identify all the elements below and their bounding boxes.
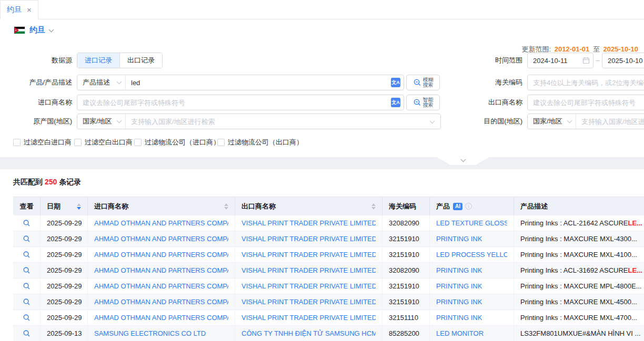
hs-code-field[interactable] [527, 75, 644, 90]
product-link[interactable]: PRINTING INK [436, 282, 482, 290]
close-icon[interactable]: × [27, 6, 32, 14]
smart-search-button[interactable]: 智能 搜索 [406, 95, 440, 110]
country-header[interactable]: 约旦 [14, 25, 53, 35]
tab-import-records[interactable]: 进口记录 [77, 53, 119, 68]
product-link[interactable]: LED TEXTURE GLOSS ... [436, 219, 507, 227]
origin-country-input[interactable] [126, 115, 440, 128]
date-cell: 2025-09-29 [41, 310, 88, 325]
product-type-select[interactable]: 产品描述 [77, 75, 126, 90]
view-detail-button[interactable] [13, 278, 40, 294]
exporter-field[interactable] [527, 95, 644, 110]
product-link[interactable]: PRINTING INK [436, 235, 482, 243]
importer-link[interactable]: AHMAD OTHMAN AND PARTNERS COMPA... [94, 314, 228, 322]
view-detail-button[interactable] [13, 294, 40, 309]
date-cell: 2025-09-29 [41, 247, 88, 262]
exporter-cell: VISHAL PRINT TRADER PRIVATE LIMITED [235, 247, 383, 262]
column-header-1[interactable]: 日期 [41, 197, 88, 215]
description-cell: Printing Inks : MAXCURE MXL-4700... [514, 310, 644, 325]
exporter-label: 出口商名称 [450, 95, 522, 110]
hs-code-input[interactable] [528, 76, 644, 89]
hs-code-cell: 85285200 [383, 326, 430, 341]
exporter-link[interactable]: VISHAL PRINT TRADER PRIVATE LIMITED [242, 266, 376, 274]
translate-icon[interactable]: 文A [391, 98, 400, 107]
importer-link[interactable]: AHMAD OTHMAN AND PARTNERS COMPA... [94, 251, 228, 259]
checkbox-filter-logistics-exporter[interactable]: 过滤物流公司（出口商） [217, 138, 303, 147]
view-detail-button[interactable] [13, 326, 40, 341]
exporter-link[interactable]: VISHAL PRINT TRADER PRIVATE LIMITED [242, 219, 376, 227]
importer-input[interactable] [77, 96, 404, 109]
view-detail-button[interactable] [13, 231, 40, 246]
exporter-link[interactable]: CÔNG TY TNHH ĐIỆN TỬ SAMSUNG HCMC... [242, 329, 376, 337]
exporter-link[interactable]: VISHAL PRINT TRADER PRIVATE LIMITED [242, 251, 376, 259]
sort-asc-icon[interactable] [371, 203, 376, 206]
collapse-panel-handle[interactable] [437, 157, 489, 165]
sort-asc-icon[interactable] [224, 203, 228, 206]
product-link[interactable]: PRINTING INK [436, 298, 482, 306]
tab-bar: 约旦 × [0, 0, 644, 19]
checkbox-icon[interactable] [217, 139, 225, 146]
date-cell: 2025-09-29 [41, 278, 88, 294]
time-range-end-input[interactable] [602, 54, 644, 67]
translate-icon[interactable]: 文A [391, 78, 400, 87]
product-link[interactable]: PRINTING INK [436, 314, 482, 322]
product-link[interactable]: PRINTING INK [436, 266, 482, 274]
view-detail-button[interactable] [13, 215, 40, 231]
exporter-link[interactable]: VISHAL PRINT TRADER PRIVATE LIMITED [242, 314, 376, 322]
column-header-label: 产品 [436, 202, 450, 211]
destination-country-input[interactable] [576, 115, 644, 128]
update-range-label: 更新范围: [522, 45, 551, 53]
importer-link[interactable]: SAMSUNG ELECTRONICS CO LTD [94, 329, 206, 337]
time-range-end-field[interactable] [602, 53, 644, 68]
ai-badge: AI [453, 203, 462, 210]
time-range-start-field[interactable] [527, 53, 593, 68]
importer-field[interactable]: 文A [77, 95, 404, 110]
importer-link[interactable]: AHMAD OTHMAN AND PARTNERS COMPA... [94, 235, 228, 243]
sort-control[interactable] [224, 203, 228, 210]
sort-control[interactable] [371, 203, 376, 210]
sort-desc-icon[interactable] [371, 207, 376, 210]
checkbox-filter-logistics-importer[interactable]: 过滤物流公司（进口商） [134, 138, 220, 147]
checkbox-icon[interactable] [74, 139, 82, 146]
tab-jordan[interactable]: 约旦 × [0, 0, 38, 19]
importer-link[interactable]: AHMAD OTHMAN AND PARTNERS COMPA... [94, 282, 228, 290]
checkbox-filter-blank-exporter[interactable]: 过滤空白出口商 [74, 138, 133, 147]
product-link[interactable]: LED PROCESS YELLOW... [436, 251, 507, 259]
checkbox-filter-blank-importer[interactable]: 过滤空白进口商 [13, 138, 72, 147]
description-cell: Printing Inks : ACL-21642 ASCURE LE... [514, 215, 644, 231]
importer-cell: AHMAD OTHMAN AND PARTNERS COMPA... [88, 294, 235, 309]
importer-link[interactable]: AHMAD OTHMAN AND PARTNERS COMPA... [94, 266, 228, 274]
fuzzy-search-button[interactable]: 模糊 搜索 [406, 75, 440, 90]
table-row: 2025-09-29AHMAD OTHMAN AND PARTNERS COMP… [13, 310, 644, 326]
tab-export-records[interactable]: 出口记录 [119, 53, 162, 68]
column-header-3[interactable]: 出口商名称 [235, 197, 383, 215]
sort-asc-icon[interactable] [77, 203, 81, 206]
exporter-link[interactable]: VISHAL PRINT TRADER PRIVATE LIMITED [242, 282, 376, 290]
description-text: Printing Inks : MAXCURE MXL-4700... [520, 314, 637, 322]
description-text: Printing Inks : MAXCURE MPL-4800E... [520, 282, 641, 290]
table-row: 2025-09-29AHMAD OTHMAN AND PARTNERS COMP… [13, 278, 644, 294]
importer-link[interactable]: AHMAD OTHMAN AND PARTNERS COMPA... [94, 298, 228, 306]
importer-cell: AHMAD OTHMAN AND PARTNERS COMPA... [88, 247, 235, 262]
checkbox-icon[interactable] [13, 139, 21, 146]
product-cell: LED PROCESS YELLOW... [430, 247, 514, 262]
exporter-link[interactable]: VISHAL PRINT TRADER PRIVATE LIMITED [242, 298, 376, 306]
view-detail-button[interactable] [13, 247, 40, 262]
table-header-row: 查看日期进口商名称出口商名称海关编码产品AIi产品描述 [13, 197, 644, 215]
sort-control[interactable] [77, 203, 81, 210]
checkbox-icon[interactable] [134, 139, 142, 146]
sort-desc-icon[interactable] [224, 207, 228, 210]
destination-country-type-select[interactable]: 国家/地区 [528, 114, 576, 129]
product-link[interactable]: LED MONITOR [436, 329, 484, 337]
importer-link[interactable]: AHMAD OTHMAN AND PARTNERS COMPA... [94, 219, 228, 227]
view-detail-button[interactable] [13, 263, 40, 278]
description-cell: Printing Inks : ACL-31692 ASCURE LE... [514, 263, 644, 278]
column-header-2[interactable]: 进口商名称 [88, 197, 235, 215]
product-search-input[interactable] [126, 76, 404, 89]
info-icon[interactable]: i [465, 203, 472, 210]
description-cell: Printing Inks : MAXCURE MXL-4500... [514, 294, 644, 309]
exporter-link[interactable]: VISHAL PRINT TRADER PRIVATE LIMITED [242, 235, 376, 243]
sort-desc-icon[interactable] [77, 207, 81, 210]
view-detail-button[interactable] [13, 310, 40, 325]
exporter-input[interactable] [528, 96, 644, 109]
origin-country-type-select[interactable]: 国家/地区 [77, 114, 126, 129]
